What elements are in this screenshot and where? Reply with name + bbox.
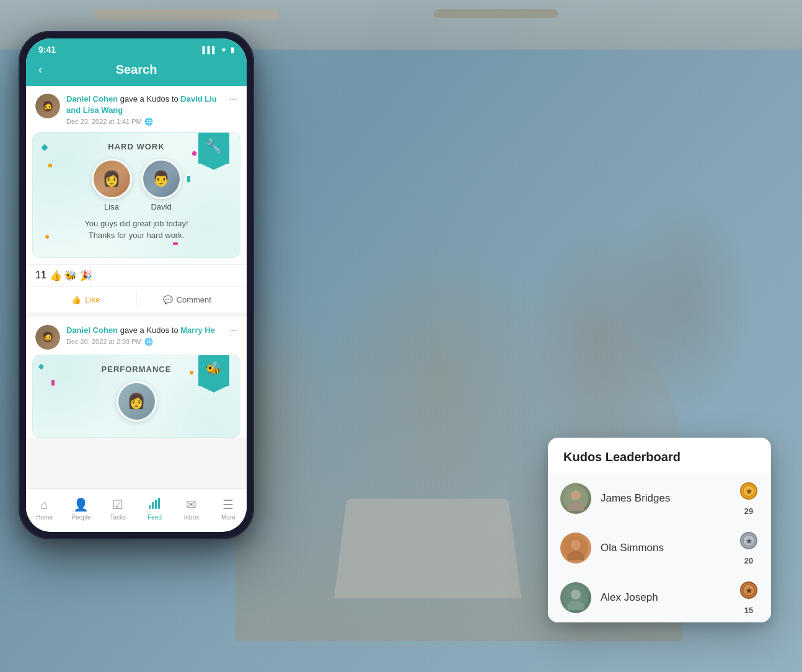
badge-ribbon-2: 🐝: [198, 355, 229, 386]
lb-avatar-ola: [560, 533, 591, 564]
lb-score-3: 15: [744, 606, 753, 615]
nav-tasks-label: Tasks: [110, 514, 126, 521]
kudos-message-line1: You guys did great job today!: [42, 218, 231, 230]
nav-inbox[interactable]: ✉ Inbox: [173, 497, 209, 524]
search-title: Search: [116, 63, 157, 77]
comment-button-1[interactable]: 💬 Comment: [137, 292, 238, 307]
nav-more[interactable]: ☰ More: [210, 497, 247, 524]
phone-mockup: 9:41 ▌▌▌ ▮ ‹ Search: [19, 31, 254, 539]
lb-avatar-ola-img: [560, 533, 591, 564]
feed-2-recipients: Marry He: [180, 325, 215, 335]
kudos-card-2: 🐝 PERFORMANCE 👩: [32, 355, 240, 438]
svg-point-5: [571, 490, 581, 500]
nav-home[interactable]: ⌂ Home: [26, 498, 63, 524]
feed-item-2-header: 🧔 Daniel Cohen gave a Kudos to Marry He …: [26, 317, 247, 355]
lb-avatar-alex-img: [560, 582, 591, 613]
phone-header: ‹ Search: [26, 58, 247, 86]
feed-2-actor: Daniel Cohen: [66, 325, 118, 335]
nav-people[interactable]: 👤 People: [63, 497, 99, 524]
kudos-card-1: 🔧 HARD WORK 👩 Lisa: [32, 132, 240, 258]
feed-1-text: Daniel Cohen gave a Kudos to David Liu a…: [66, 94, 223, 127]
inbox-icon: ✉: [186, 497, 196, 512]
feed-icon: [149, 498, 161, 512]
action-bar-1: 👍 Like 💬 Comment: [26, 286, 247, 312]
svg-text:★: ★: [746, 586, 752, 595]
feed-1-date: Dec 23, 2022 at 1:41 PM: [66, 117, 142, 126]
svg-rect-3: [158, 498, 160, 509]
home-icon: ⌂: [41, 498, 48, 512]
feed-item-2: 🧔 Daniel Cohen gave a Kudos to Marry He …: [26, 317, 247, 438]
kudos-person-marry: 👩: [117, 381, 157, 422]
feed-1-actor: Daniel Cohen: [66, 94, 118, 104]
svg-text:★: ★: [746, 537, 752, 546]
confetti-gold-2: [190, 371, 193, 374]
kudos-name-david: David: [151, 202, 171, 211]
phone-screen: 9:41 ▌▌▌ ▮ ‹ Search: [26, 38, 247, 532]
lb-name-2: Ola Simmons: [601, 542, 729, 554]
avatar-david-img: 👨: [143, 161, 180, 197]
people-icon: 👤: [73, 497, 89, 512]
confetti-dot-1: [45, 235, 49, 239]
kudos-avatar-lisa: 👩: [92, 159, 132, 199]
leaderboard-item-3[interactable]: Alex Joseph ★ 15: [548, 573, 771, 622]
signal-icon: ▌▌▌: [203, 46, 217, 53]
bronze-medal-icon: ★: [739, 580, 759, 604]
feed-2-action: gave a Kudos to: [120, 325, 181, 335]
feed-content: 🧔 Daniel Cohen gave a Kudos to David Liu…: [26, 86, 247, 511]
confetti-pink-2: [51, 380, 55, 386]
leaderboard-item-2[interactable]: Ola Simmons ★ 20: [548, 523, 771, 573]
feed-1-more[interactable]: ···: [229, 94, 237, 105]
status-time: 9:41: [38, 45, 56, 55]
avatar-daniel-img: 🧔: [35, 94, 60, 118]
svg-rect-2: [155, 500, 157, 509]
lb-badge-2: ★ 20: [739, 531, 759, 565]
feed-item-1: 🧔 Daniel Cohen gave a Kudos to David Liu…: [26, 86, 247, 312]
nav-people-label: People: [71, 514, 90, 521]
lb-avatar-james: [560, 483, 591, 514]
silver-medal-icon: ★: [739, 531, 759, 555]
svg-point-11: [571, 540, 581, 550]
leaderboard-item-1[interactable]: James Bridges ★ 29: [548, 474, 771, 523]
feed-2-meta: Dec 20, 2022 at 2:39 PM 🌐: [66, 337, 223, 347]
back-button[interactable]: ‹: [38, 63, 42, 76]
confetti-bar-1: [187, 176, 190, 182]
phone-outer: 9:41 ▌▌▌ ▮ ‹ Search: [19, 31, 254, 539]
nav-feed[interactable]: Feed: [136, 498, 173, 524]
tasks-icon: ☑: [112, 497, 123, 512]
gold-medal-icon: ★: [739, 481, 759, 505]
globe-icon-1: 🌐: [144, 117, 153, 126]
lb-name-3: Alex Joseph: [601, 591, 729, 604]
avatar-marry-img: 👩: [118, 383, 155, 420]
kudos-message-1: You guys did great job today! Thanks for…: [42, 218, 231, 242]
lb-badge-1: ★ 29: [739, 481, 759, 516]
feed-2-date: Dec 20, 2022 at 2:39 PM: [66, 337, 142, 347]
pipe-2: [434, 9, 558, 18]
badge-icon-1: 🔧: [205, 138, 222, 154]
reaction-emojis-1: 👍 🐝 🎉: [50, 270, 92, 281]
globe-icon-2: 🌐: [144, 337, 153, 347]
avatar-daniel-2: 🧔: [35, 325, 60, 350]
lb-name-1: James Bridges: [601, 492, 729, 505]
laptop: [334, 499, 521, 599]
confetti-teal-1: [41, 144, 48, 151]
like-icon: 👍: [71, 295, 81, 304]
badge-ribbon-1: 🔧: [198, 132, 229, 164]
like-button-1[interactable]: 👍 Like: [35, 292, 136, 307]
nav-feed-label: Feed: [148, 514, 162, 521]
svg-rect-0: [149, 505, 151, 509]
status-icons: ▌▌▌ ▮: [203, 46, 234, 54]
confetti-gold-1: [48, 164, 52, 167]
nav-home-label: Home: [36, 514, 53, 521]
kudos-avatar-marry: 👩: [117, 381, 157, 422]
nav-tasks[interactable]: ☑ Tasks: [100, 497, 136, 524]
nav-more-label: More: [221, 514, 236, 521]
feed-2-more[interactable]: ···: [229, 325, 237, 336]
feed-2-text: Daniel Cohen gave a Kudos to Marry He De…: [66, 325, 223, 347]
badge-icon-2: 🐝: [205, 361, 222, 377]
kudos-person-lisa: 👩 Lisa: [92, 159, 132, 211]
feed-1-action: gave a Kudos to: [120, 94, 181, 104]
kudos-badge-2: 🐝: [196, 355, 231, 392]
svg-rect-1: [152, 502, 154, 509]
kudos-badge-1: 🔧: [196, 132, 231, 170]
leaderboard-title: Kudos Leaderboard: [548, 438, 771, 474]
